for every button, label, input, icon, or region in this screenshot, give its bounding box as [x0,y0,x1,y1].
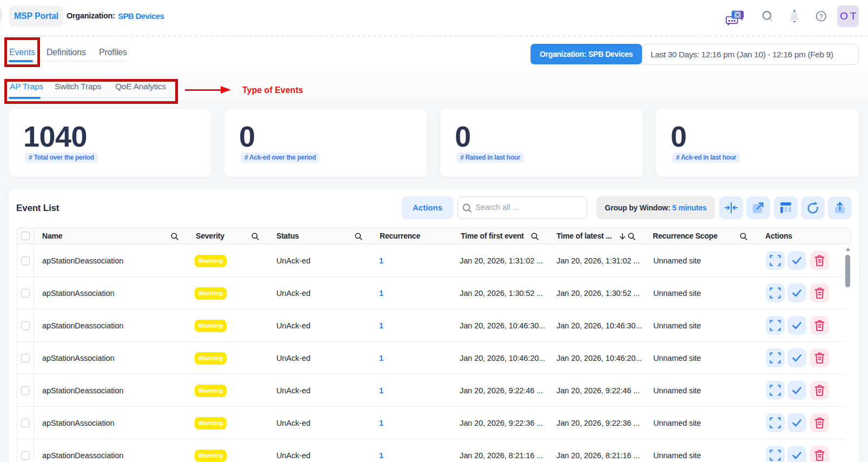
svg-text:?: ? [819,13,823,21]
